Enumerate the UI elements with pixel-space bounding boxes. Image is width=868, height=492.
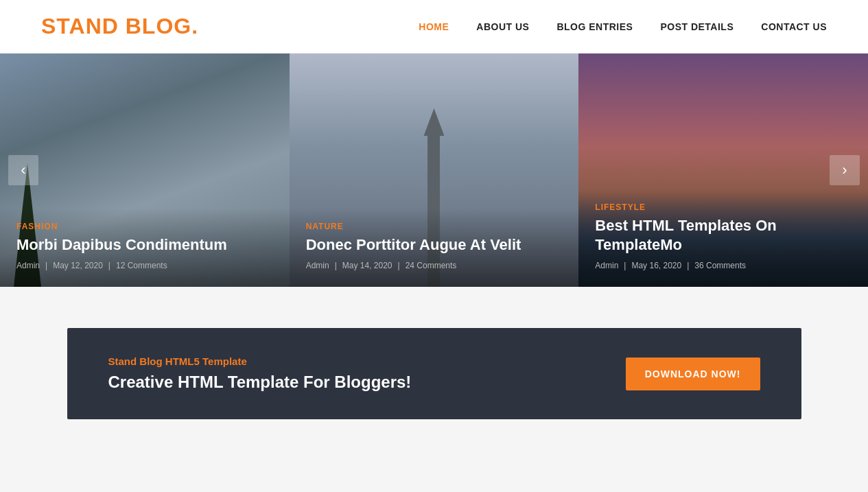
slide-2-overlay: NATURE Donec Porttitor Augue At Velit Ad…: [290, 208, 579, 288]
cta-subtitle: Stand Blog HTML5 Template: [108, 355, 412, 367]
download-button[interactable]: DOWNLOAD NOW!: [626, 358, 760, 390]
slide-3-category: LIFESTYLE: [595, 202, 852, 212]
site-header: STAND BLOG. HOME ABOUT US BLOG ENTRIES P…: [0, 0, 868, 54]
slide-3-comments: 36 Comments: [694, 261, 746, 270]
site-logo[interactable]: STAND BLOG.: [41, 14, 198, 39]
slide-1-overlay: FASHION Morbi Dapibus Condimentum Admin …: [0, 208, 290, 288]
nav-contact[interactable]: CONTACT US: [761, 21, 827, 32]
slide-3-author: Admin: [595, 261, 618, 270]
slide-1-category: FASHION: [16, 222, 273, 231]
main-nav: HOME ABOUT US BLOG ENTRIES POST DETAILS …: [419, 21, 827, 32]
slide-2-date: May 14, 2020: [342, 261, 392, 270]
slide-1: FASHION Morbi Dapibus Condimentum Admin …: [0, 54, 290, 287]
slide-1-meta: Admin | May 12, 2020 | 12 Comments: [16, 261, 273, 270]
cta-section: Stand Blog HTML5 Template Creative HTML …: [0, 328, 868, 419]
slide-3-separator1: |: [624, 261, 626, 270]
slide-2-separator1: |: [335, 261, 337, 270]
slide-2-author: Admin: [306, 261, 329, 270]
slide-1-date: May 12, 2020: [53, 261, 103, 270]
slide-3-overlay: LIFESTYLE Best HTML Templates On Templat…: [578, 189, 868, 287]
slide-3: LIFESTYLE Best HTML Templates On Templat…: [578, 54, 868, 287]
cta-text-block: Stand Blog HTML5 Template Creative HTML …: [108, 355, 412, 392]
slide-2-category: NATURE: [306, 222, 563, 231]
cta-title: Creative HTML Template For Bloggers!: [108, 373, 412, 392]
cta-container: Stand Blog HTML5 Template Creative HTML …: [67, 328, 801, 419]
logo-dot: .: [191, 14, 198, 38]
slide-2-separator2: |: [398, 261, 400, 270]
slider-prev-button[interactable]: ‹: [8, 155, 38, 185]
slide-1-title: Morbi Dapibus Condimentum: [16, 235, 273, 255]
slide-1-separator1: |: [45, 261, 47, 270]
slide-3-separator2: |: [687, 261, 689, 270]
nav-post[interactable]: POST DETAILS: [660, 21, 734, 32]
slide-1-author: Admin: [16, 261, 40, 270]
slide-2-comments: 24 Comments: [406, 261, 457, 270]
slide-2-title: Donec Porttitor Augue At Velit: [306, 235, 563, 255]
nav-blog[interactable]: BLOG ENTRIES: [556, 21, 633, 32]
logo-text: STAND BLOG: [41, 14, 191, 38]
slide-1-separator2: |: [108, 261, 110, 270]
nav-home[interactable]: HOME: [419, 21, 449, 32]
slide-2-meta: Admin | May 14, 2020 | 24 Comments: [306, 261, 563, 270]
slider-next-button[interactable]: ›: [830, 155, 860, 185]
slide-3-meta: Admin | May 16, 2020 | 36 Comments: [595, 261, 852, 270]
nav-about[interactable]: ABOUT US: [476, 21, 529, 32]
slide-2: NATURE Donec Porttitor Augue At Velit Ad…: [290, 54, 579, 287]
slide-3-title: Best HTML Templates On TemplateMo: [595, 216, 852, 254]
slide-3-date: May 16, 2020: [631, 261, 681, 270]
slide-1-comments: 12 Comments: [116, 261, 167, 270]
hero-slider: FASHION Morbi Dapibus Condimentum Admin …: [0, 54, 868, 287]
slider-track: FASHION Morbi Dapibus Condimentum Admin …: [0, 54, 868, 287]
